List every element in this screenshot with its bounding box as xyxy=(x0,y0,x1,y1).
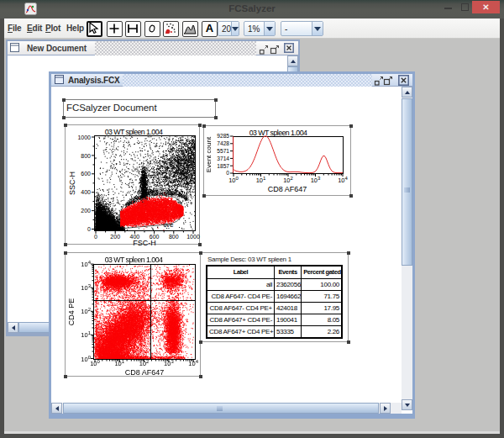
svg-text:100: 100 xyxy=(228,176,239,184)
svg-text:200: 200 xyxy=(110,234,120,240)
svg-text:104: 104 xyxy=(81,260,91,268)
svg-text:FSC-H: FSC-H xyxy=(133,239,156,246)
svg-text:103: 103 xyxy=(164,359,174,367)
svg-text:3714: 3714 xyxy=(217,156,229,161)
svg-text:200: 200 xyxy=(81,208,91,214)
svg-text:03 WT spleen 1.004: 03 WT spleen 1.004 xyxy=(249,129,307,137)
svg-text:600: 600 xyxy=(81,171,91,177)
svg-text:1857: 1857 xyxy=(217,163,229,169)
svg-text:103: 103 xyxy=(81,283,91,292)
svg-text:1000: 1000 xyxy=(186,234,200,240)
svg-text:101: 101 xyxy=(81,330,91,339)
svg-text:0: 0 xyxy=(226,170,229,176)
svg-text:0: 0 xyxy=(94,234,97,240)
svg-text:100: 100 xyxy=(90,359,100,367)
svg-text:CD8 AF647: CD8 AF647 xyxy=(125,368,165,377)
svg-text:Event count: Event count xyxy=(205,136,213,172)
svg-text:800: 800 xyxy=(81,153,91,159)
svg-text:03 WT spleen 1.004: 03 WT spleen 1.004 xyxy=(105,256,163,264)
svg-text:102: 102 xyxy=(81,307,91,315)
svg-text:104: 104 xyxy=(338,176,348,184)
svg-text:800: 800 xyxy=(169,234,179,240)
svg-text:102: 102 xyxy=(283,176,293,184)
svg-text:7428: 7428 xyxy=(217,140,229,146)
svg-text:0: 0 xyxy=(87,226,91,232)
svg-text:400: 400 xyxy=(81,189,91,195)
svg-text:103: 103 xyxy=(311,176,321,184)
svg-text:101: 101 xyxy=(256,176,266,184)
svg-text:03 WT spleen 1.004: 03 WT spleen 1.004 xyxy=(105,128,163,136)
svg-text:102: 102 xyxy=(139,359,150,367)
svg-text:101: 101 xyxy=(114,359,124,367)
svg-text:9285: 9285 xyxy=(217,133,229,139)
svg-text:104: 104 xyxy=(188,359,198,367)
svg-text:1000: 1000 xyxy=(77,135,91,140)
svg-text:SSC-H: SSC-H xyxy=(68,172,76,195)
svg-text:CD8 AF647: CD8 AF647 xyxy=(268,185,307,193)
svg-text:CD4 PE: CD4 PE xyxy=(67,298,76,326)
svg-text:5571: 5571 xyxy=(217,148,229,154)
